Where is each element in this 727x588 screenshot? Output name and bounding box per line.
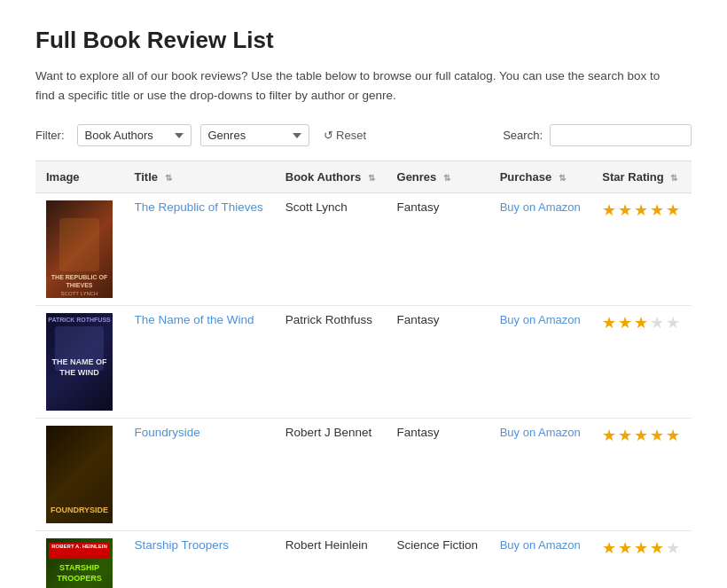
authors-sort-icon[interactable]: ⇅ bbox=[368, 173, 375, 183]
buy-link-3[interactable]: Buy on Amazon bbox=[500, 538, 581, 552]
col-header-rating: Star Rating ⇅ bbox=[591, 161, 692, 193]
book-title-cell-0: The Republic of Thieves bbox=[124, 193, 275, 306]
genre-filter-select[interactable]: Genres Fantasy Science Fiction Mystery bbox=[200, 124, 309, 146]
col-header-image: Image bbox=[35, 161, 124, 193]
star-1-of-5: ★ bbox=[602, 538, 616, 558]
book-purchase-cell-2: Buy on Amazon bbox=[489, 419, 592, 531]
book-cover-0: THE REPUBLIC OF THIEVESSCOTT LYNCH bbox=[46, 200, 113, 298]
star-3-of-5: ★ bbox=[634, 538, 648, 558]
star-3-of-5: ★ bbox=[634, 426, 648, 445]
star-4-of-5: ★ bbox=[650, 426, 664, 445]
col-header-title: Title ⇅ bbox=[124, 161, 275, 193]
book-author-cell-0: Scott Lynch bbox=[275, 193, 387, 306]
star-5-of-5: ★ bbox=[666, 538, 680, 558]
table-header-row: Image Title ⇅ Book Authors ⇅ Genres ⇅ Pu… bbox=[35, 161, 692, 193]
book-rating-cell-2: ★★★★★ bbox=[591, 419, 692, 531]
genres-sort-icon[interactable]: ⇅ bbox=[443, 173, 450, 183]
star-5-of-5: ★ bbox=[666, 426, 680, 445]
book-cover-2: FOUNDRYSIDE bbox=[46, 426, 113, 523]
purchase-sort-icon[interactable]: ⇅ bbox=[559, 173, 566, 183]
rating-sort-icon[interactable]: ⇅ bbox=[670, 173, 677, 183]
star-2-of-5: ★ bbox=[618, 538, 632, 558]
book-author-cell-2: Robert J Bennet bbox=[275, 419, 387, 531]
star-rating-1: ★★★★★ bbox=[602, 313, 681, 333]
book-cover-1: PATRICK ROTHFUSSTHE NAME OF THE WIND bbox=[46, 313, 113, 411]
book-genre-cell-1: Fantasy bbox=[387, 306, 489, 419]
col-header-purchase: Purchase ⇅ bbox=[489, 161, 592, 193]
book-rating-cell-1: ★★★★★ bbox=[591, 306, 692, 419]
title-sort-icon[interactable]: ⇅ bbox=[165, 173, 172, 183]
book-title-link-3[interactable]: Starship Troopers bbox=[135, 538, 230, 552]
table-row: PATRICK ROTHFUSSTHE NAME OF THE WINDThe … bbox=[35, 306, 692, 419]
buy-link-1[interactable]: Buy on Amazon bbox=[500, 313, 581, 326]
star-3-of-5: ★ bbox=[634, 313, 648, 333]
search-area: Search: bbox=[503, 124, 692, 146]
filter-label: Filter: bbox=[35, 129, 65, 142]
author-filter-select[interactable]: Book Authors Scott Lynch Patrick Rothfus… bbox=[77, 124, 192, 146]
book-genre-cell-0: Fantasy bbox=[387, 193, 489, 306]
book-genre-cell-3: Science Fiction bbox=[387, 531, 489, 588]
book-title-link-1[interactable]: The Name of the Wind bbox=[135, 313, 254, 326]
star-2-of-5: ★ bbox=[618, 426, 632, 445]
table-row: ROBERT A. HEINLEINSTARSHIP TROOPERSStars… bbox=[35, 531, 692, 588]
book-image-cell-3: ROBERT A. HEINLEINSTARSHIP TROOPERS bbox=[35, 531, 124, 588]
book-genre-cell-2: Fantasy bbox=[387, 419, 489, 531]
star-rating-2: ★★★★★ bbox=[602, 426, 681, 445]
buy-link-0[interactable]: Buy on Amazon bbox=[500, 200, 581, 214]
book-title-cell-3: Starship Troopers bbox=[124, 531, 275, 588]
book-author-cell-3: Robert Heinlein bbox=[275, 531, 387, 588]
book-image-cell-0: THE REPUBLIC OF THIEVESSCOTT LYNCH bbox=[35, 193, 124, 306]
star-1-of-5: ★ bbox=[602, 313, 616, 333]
book-rating-cell-0: ★★★★★ bbox=[591, 193, 692, 306]
star-4-of-5: ★ bbox=[650, 538, 664, 558]
star-5-of-5: ★ bbox=[666, 200, 680, 220]
book-title-link-0[interactable]: The Republic of Thieves bbox=[135, 200, 263, 214]
table-row: FOUNDRYSIDEFoundrysideRobert J BennetFan… bbox=[35, 419, 692, 531]
page-title: Full Book Review List bbox=[35, 27, 692, 54]
book-purchase-cell-0: Buy on Amazon bbox=[489, 193, 592, 306]
book-author-cell-1: Patrick Rothfuss bbox=[275, 306, 387, 419]
star-3-of-5: ★ bbox=[634, 200, 648, 220]
reset-button[interactable]: ↺ Reset bbox=[318, 125, 372, 145]
table-row: THE REPUBLIC OF THIEVESSCOTT LYNCHThe Re… bbox=[35, 193, 692, 306]
book-title-cell-1: The Name of the Wind bbox=[124, 306, 275, 419]
star-rating-0: ★★★★★ bbox=[602, 200, 681, 220]
page-description: Want to explore all of our book reviews?… bbox=[35, 67, 674, 105]
book-cover-3: ROBERT A. HEINLEINSTARSHIP TROOPERS bbox=[46, 538, 113, 588]
search-label: Search: bbox=[503, 129, 543, 142]
star-5-of-5: ★ bbox=[666, 313, 680, 333]
book-title-link-2[interactable]: Foundryside bbox=[135, 426, 200, 439]
star-2-of-5: ★ bbox=[618, 313, 632, 333]
star-4-of-5: ★ bbox=[650, 313, 664, 333]
search-input[interactable] bbox=[550, 124, 692, 146]
book-title-cell-2: Foundryside bbox=[124, 419, 275, 531]
book-image-cell-1: PATRICK ROTHFUSSTHE NAME OF THE WIND bbox=[35, 306, 124, 419]
star-rating-3: ★★★★★ bbox=[602, 538, 681, 558]
col-header-authors: Book Authors ⇅ bbox=[275, 161, 387, 193]
book-purchase-cell-3: Buy on Amazon bbox=[489, 531, 592, 588]
filter-bar: Filter: Book Authors Scott Lynch Patrick… bbox=[35, 124, 692, 146]
buy-link-2[interactable]: Buy on Amazon bbox=[500, 426, 581, 439]
star-2-of-5: ★ bbox=[618, 200, 632, 220]
book-rating-cell-3: ★★★★★ bbox=[591, 531, 692, 588]
col-header-genres: Genres ⇅ bbox=[387, 161, 489, 193]
book-review-table: Image Title ⇅ Book Authors ⇅ Genres ⇅ Pu… bbox=[35, 161, 692, 588]
star-4-of-5: ★ bbox=[650, 200, 664, 220]
star-1-of-5: ★ bbox=[602, 200, 616, 220]
book-image-cell-2: FOUNDRYSIDE bbox=[35, 419, 124, 531]
star-1-of-5: ★ bbox=[602, 426, 616, 445]
book-purchase-cell-1: Buy on Amazon bbox=[489, 306, 592, 419]
